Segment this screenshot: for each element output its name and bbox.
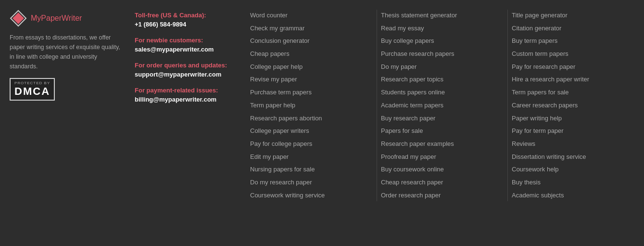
- link-item[interactable]: Research papers abortion: [250, 113, 368, 125]
- link-item[interactable]: Paper writing help: [512, 113, 630, 125]
- link-item[interactable]: Cheap research paper: [381, 177, 499, 189]
- link-item[interactable]: Purchase research papers: [381, 48, 499, 60]
- logo-text: MyPaperWriter: [31, 14, 82, 23]
- toll-free-label: Toll-free (US & Canada):: [135, 12, 240, 19]
- link-item[interactable]: Order research paper: [381, 190, 499, 202]
- link-item[interactable]: Term paper help: [250, 100, 368, 112]
- brand-description: From essays to dissertations, we offer p…: [10, 33, 125, 71]
- link-item[interactable]: Revise my paper: [250, 74, 368, 86]
- link-item[interactable]: Pay for research paper: [512, 61, 630, 73]
- link-item[interactable]: Buy research paper: [381, 113, 499, 125]
- link-item[interactable]: Academic term papers: [381, 100, 499, 112]
- dmca-main-text: DMCA: [14, 85, 50, 98]
- payment-email[interactable]: billing@mypaperwriter.com: [135, 96, 240, 103]
- link-item[interactable]: Research paper topics: [381, 74, 499, 86]
- links-col-3: Title page generatorCitation generatorBu…: [512, 10, 634, 201]
- links-col-1: Word counterCheck my grammarConclusion g…: [250, 10, 373, 201]
- link-item[interactable]: College paper writers: [250, 125, 368, 137]
- link-item[interactable]: Pay for college papers: [250, 138, 368, 150]
- link-item[interactable]: Coursework writing service: [250, 190, 368, 202]
- payment-label: For payment-related issues:: [135, 87, 240, 94]
- link-item[interactable]: Papers for sale: [381, 125, 499, 137]
- logo-paper: Paper: [41, 14, 62, 22]
- dmca-top-text: PROTECTED BY: [14, 81, 50, 85]
- link-item[interactable]: Custom term papers: [512, 48, 630, 60]
- link-item[interactable]: Pay for term paper: [512, 125, 630, 137]
- link-item[interactable]: Hire a research paper writer: [512, 74, 630, 86]
- footer: MyPaperWriter From essays to dissertatio…: [0, 0, 644, 211]
- link-item[interactable]: Check my grammar: [250, 23, 368, 35]
- links-section: Word counterCheck my grammarConclusion g…: [250, 10, 634, 201]
- logo-writer: Writer: [62, 14, 82, 22]
- link-item[interactable]: Proofread my paper: [381, 151, 499, 163]
- link-item[interactable]: College paper help: [250, 61, 368, 73]
- dmca-badge[interactable]: PROTECTED BY DMCA: [10, 78, 55, 101]
- link-item[interactable]: Dissertation writing service: [512, 151, 630, 163]
- link-item[interactable]: Edit my paper: [250, 151, 368, 163]
- link-item[interactable]: Read my essay: [381, 23, 499, 35]
- links-col-2: Thesis statement generatorRead my essayB…: [381, 10, 504, 201]
- contact-column: Toll-free (US & Canada): +1 (866) 584-98…: [135, 10, 240, 201]
- link-item[interactable]: Students papers online: [381, 87, 499, 99]
- logo-area: MyPaperWriter: [10, 10, 125, 27]
- link-item[interactable]: Research paper examples: [381, 138, 499, 150]
- order-email[interactable]: support@mypaperwriter.com: [135, 71, 240, 78]
- order-label: For order queries and updates:: [135, 62, 240, 69]
- link-item[interactable]: Academic subjects: [512, 190, 630, 202]
- newbie-label: For newbie customers:: [135, 37, 240, 44]
- link-item[interactable]: Word counter: [250, 10, 368, 22]
- link-item[interactable]: Career research papers: [512, 100, 630, 112]
- newbie-email[interactable]: sales@mypaperwriter.com: [135, 46, 240, 53]
- logo-icon: [10, 10, 27, 27]
- link-item[interactable]: Buy term papers: [512, 35, 630, 47]
- link-item[interactable]: Buy thesis: [512, 177, 630, 189]
- link-item[interactable]: Title page generator: [512, 10, 630, 22]
- col-divider-1: [377, 10, 377, 201]
- link-item[interactable]: Conclusion generator: [250, 35, 368, 47]
- brand-column: MyPaperWriter From essays to dissertatio…: [10, 10, 125, 201]
- link-item[interactable]: Cheap papers: [250, 48, 368, 60]
- link-item[interactable]: Term papers for sale: [512, 87, 630, 99]
- logo-my: My: [31, 14, 41, 22]
- link-item[interactable]: Reviews: [512, 138, 630, 150]
- toll-free-number: +1 (866) 584-9894: [135, 21, 240, 28]
- link-item[interactable]: Nursing papers for sale: [250, 164, 368, 176]
- link-item[interactable]: Thesis statement generator: [381, 10, 499, 22]
- link-item[interactable]: Do my paper: [381, 61, 499, 73]
- link-item[interactable]: Buy coursework online: [381, 164, 499, 176]
- link-item[interactable]: Buy college papers: [381, 35, 499, 47]
- col-divider-2: [507, 10, 508, 201]
- link-item[interactable]: Purchase term papers: [250, 87, 368, 99]
- link-item[interactable]: Coursework help: [512, 164, 630, 176]
- link-item[interactable]: Citation generator: [512, 23, 630, 35]
- link-item[interactable]: Do my research paper: [250, 177, 368, 189]
